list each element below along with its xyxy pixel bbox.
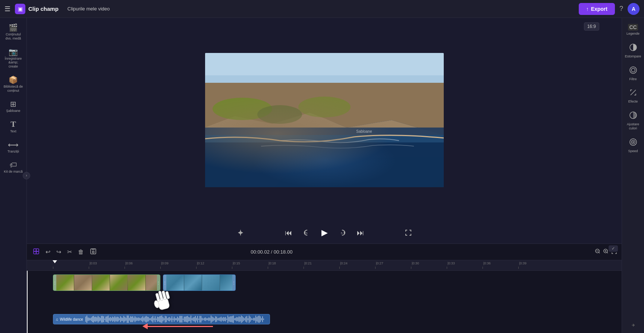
skip-forward-button[interactable]: ⏭: [355, 227, 366, 239]
clip-left-handle-2[interactable]: [163, 275, 166, 290]
waveform-bar: [174, 317, 175, 322]
sidebar-item-text[interactable]: T Text: [1, 117, 25, 136]
waveform-bar: [196, 318, 197, 320]
clip-right-handle-1[interactable]: [157, 275, 160, 290]
clip-left-handle-1[interactable]: [53, 275, 56, 290]
breadcrumb-link[interactable]: Clipurile mele video: [67, 6, 110, 12]
waveform-bar: [202, 318, 202, 321]
waveform-bar: [147, 317, 148, 322]
undo-button[interactable]: ↩: [44, 247, 52, 257]
avatar[interactable]: A: [628, 3, 640, 15]
waveform-bar: [185, 317, 186, 321]
waveform-bar: [220, 317, 220, 321]
redo-button[interactable]: ↪: [55, 247, 63, 257]
thumb-1-2: [74, 275, 92, 290]
export-button[interactable]: ↑ Export: [579, 3, 615, 15]
color-stamp-icon: [629, 43, 637, 53]
svg-point-17: [92, 251, 94, 253]
clip-right-handle-2[interactable]: [232, 275, 235, 290]
video-frame: Sabloane: [205, 53, 444, 187]
audio-clip[interactable]: ♫ Wildlife dance: [53, 314, 270, 324]
zoom-in-button[interactable]: [603, 248, 609, 256]
video-clip-1[interactable]: [53, 274, 160, 291]
audio-note-icon: ♫: [56, 317, 59, 321]
sidebar-item-filters[interactable]: Filtre: [623, 63, 644, 84]
waveform-bar: [261, 318, 262, 320]
video-clip-2[interactable]: [163, 274, 236, 291]
waveform-bar: [160, 316, 161, 323]
waveform-bar: [99, 317, 100, 321]
waveform-bar: [260, 316, 261, 323]
waveform-bar: [166, 316, 167, 322]
svg-point-5: [257, 105, 302, 124]
svg-rect-18: [92, 249, 95, 250]
sidebar-item-effects[interactable]: Efecte: [623, 85, 644, 107]
svg-rect-22: [155, 293, 160, 302]
waveform-bar: [211, 315, 211, 323]
help-icon[interactable]: ?: [619, 5, 623, 13]
waveform-bar: [191, 315, 191, 323]
sidebar-item-speed[interactable]: Speed: [623, 135, 644, 156]
play-button[interactable]: ▶: [320, 226, 329, 239]
save-button[interactable]: [88, 246, 98, 258]
right-sidebar: CC Legende Estompare Filtre Efecte Aju: [622, 18, 644, 333]
sidebar-label-media: Conținutul dvs. medă: [4, 32, 23, 41]
skip-back-button[interactable]: ⏮: [283, 227, 294, 239]
rewind-button[interactable]: 5: [301, 227, 312, 238]
sidebar-item-record[interactable]: 📷 Înregistrare &amp; create: [1, 45, 25, 72]
sidebar-item-brand[interactable]: 🏷 Kit de marcă: [1, 158, 25, 177]
menu-icon[interactable]: ☰: [4, 5, 10, 13]
zoom-out-button[interactable]: [595, 248, 601, 256]
waveform-bar: [259, 315, 260, 323]
sidebar-item-media[interactable]: 🎬 Conținutul dvs. medă: [1, 21, 25, 44]
thumb-2-2: [184, 275, 202, 290]
waveform-bar: [107, 316, 107, 322]
thumb-1-5: [128, 275, 146, 290]
sidebar-item-color-adjust[interactable]: Ajustare culori: [623, 108, 644, 133]
sidebar-item-color-stamp[interactable]: Estompare: [623, 40, 644, 62]
sidebar-item-captions[interactable]: CC Legende: [623, 21, 644, 39]
waveform-bar: [194, 317, 195, 321]
svg-point-28: [630, 67, 637, 73]
svg-text:5: 5: [306, 232, 308, 235]
cut-button[interactable]: ✂: [66, 247, 73, 257]
waveform-bar: [128, 315, 129, 323]
waveform-bar: [239, 316, 239, 322]
right-sidebar-collapse[interactable]: [629, 321, 637, 330]
waveform-bar: [106, 317, 106, 321]
waveform-bar: [146, 316, 147, 322]
delete-button[interactable]: 🗑: [76, 247, 85, 257]
playhead: [27, 271, 28, 333]
waveform-bar: [245, 317, 246, 322]
aspect-ratio-badge[interactable]: 16:9: [584, 22, 599, 31]
waveform-bar: [262, 316, 263, 322]
ruler-mark-39: |0:39: [518, 267, 554, 269]
speed-label: Speed: [628, 149, 638, 153]
waveform-bar: [140, 318, 141, 321]
waveform-bar: [205, 317, 206, 321]
waveform-bar: [94, 317, 95, 322]
waveform-bar: [189, 317, 190, 321]
waveform-bar: [241, 315, 242, 323]
preview-area: 16:9: [27, 18, 622, 222]
left-sidebar-collapse[interactable]: ›: [23, 172, 30, 179]
fullscreen-button[interactable]: [403, 227, 414, 238]
timeline-time-display: 00:00.02 / 00:18.00: [251, 249, 292, 255]
svg-point-33: [632, 141, 634, 143]
waveform-bar: [149, 318, 150, 320]
left-sidebar: 🎬 Conținutul dvs. medă 📷 Înregistrare &a…: [0, 18, 27, 333]
timeline-expand-toggle[interactable]: ✓: [609, 245, 618, 252]
waveform-bar: [108, 315, 109, 323]
waveform-bar: [157, 317, 158, 322]
waveform-bar: [154, 318, 154, 320]
magic-button[interactable]: [235, 227, 246, 238]
sidebar-item-transitions[interactable]: ⟷ Tranziții: [1, 138, 25, 157]
waveform-bar: [101, 316, 102, 323]
sidebar-item-library[interactable]: 📦 Bibliotecă de conținut: [1, 73, 25, 96]
add-clip-button[interactable]: [31, 246, 41, 258]
sidebar-item-templates[interactable]: ⊞ Șabloane: [1, 97, 25, 116]
waveform-bar: [204, 318, 205, 321]
thumb-1-6: [146, 275, 157, 290]
thumb-2-4: [220, 275, 232, 290]
forward-button[interactable]: 5: [337, 227, 348, 238]
